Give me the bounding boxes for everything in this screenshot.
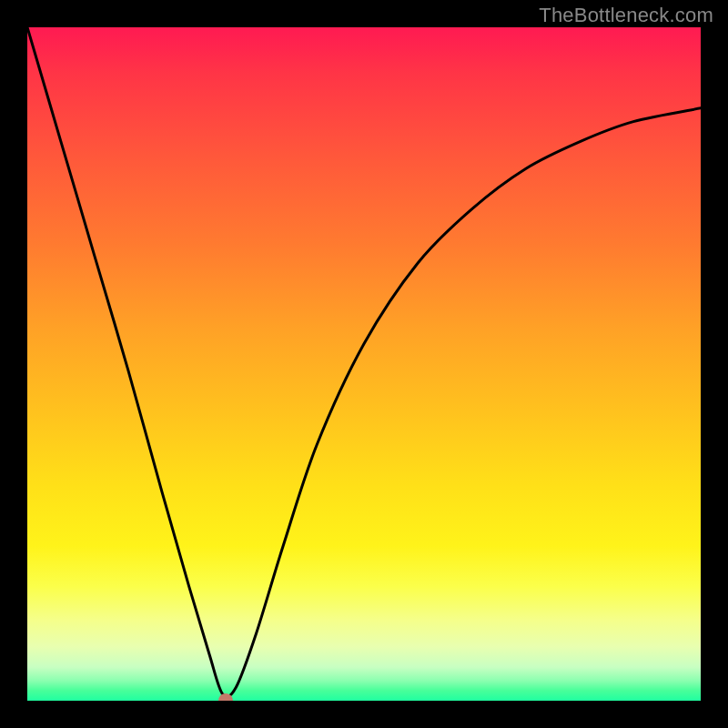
plot-area [27,27,701,701]
bottleneck-curve [27,27,701,701]
chart-frame: TheBottleneck.com [0,0,728,728]
attribution-text: TheBottleneck.com [539,4,713,27]
